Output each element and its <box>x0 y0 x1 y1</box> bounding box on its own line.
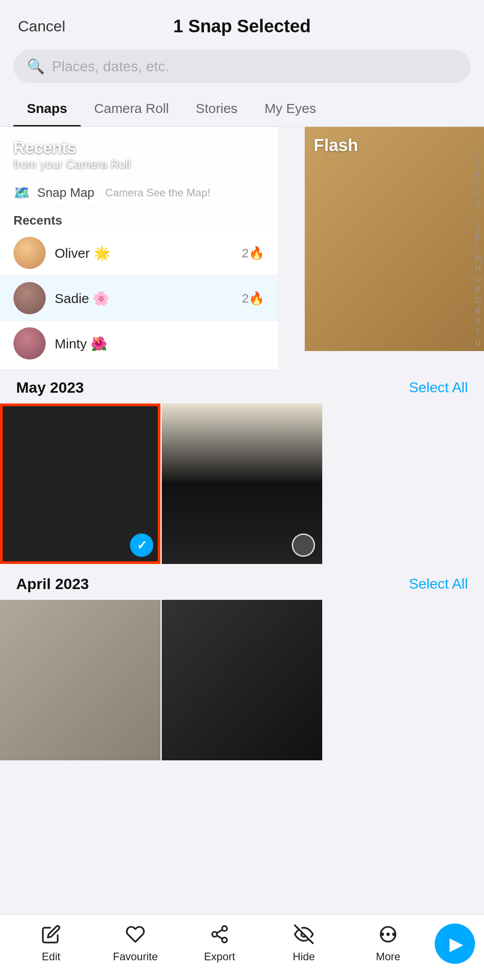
export-icon <box>210 924 229 947</box>
friend-name-2: Sadie 🌸 <box>55 291 242 306</box>
friend-name-3: Minty 🌺 <box>55 336 264 351</box>
send-icon: ▶ <box>449 933 463 954</box>
more-toolbar-item[interactable]: More <box>346 924 430 963</box>
heart-icon: 🗺️ <box>13 185 30 200</box>
favourite-toolbar-item[interactable]: Favourite <box>93 924 177 963</box>
april2023-title: April 2023 <box>16 575 89 593</box>
more-icon <box>378 924 398 947</box>
search-bar[interactable]: 🔍 Places, dates, etc. <box>13 50 471 83</box>
svg-line-3 <box>217 936 223 939</box>
main-content: May 2023 Select All ✓ April 2023 Select … <box>0 369 484 833</box>
alpha-p[interactable]: P <box>475 286 480 295</box>
export-label: Export <box>204 950 235 963</box>
friend-row-2[interactable]: Sadie 🌸 2🔥 <box>0 276 278 321</box>
avatar-2 <box>13 282 46 314</box>
may2023-title: May 2023 <box>16 379 84 396</box>
hide-icon <box>294 924 314 947</box>
cancel-button[interactable]: Cancel <box>18 17 65 35</box>
photo-april-1[interactable] <box>0 600 160 760</box>
alpha-i[interactable]: I <box>477 211 479 221</box>
alpha-k[interactable]: K <box>475 233 480 243</box>
alpha-index: C D E F G H I J K L M N O P Q R S T U <box>475 127 481 369</box>
send-button[interactable]: ▶ <box>435 924 475 964</box>
search-icon: 🔍 <box>27 58 45 75</box>
hide-label: Hide <box>293 950 315 963</box>
april2023-section-header: April 2023 Select All <box>0 565 484 600</box>
alpha-q[interactable]: Q <box>475 296 481 306</box>
tab-stories[interactable]: Stories <box>182 92 251 126</box>
alpha-t[interactable]: T <box>475 328 480 338</box>
friend-row-3[interactable]: Minty 🌺 <box>0 321 278 366</box>
tab-camera-roll[interactable]: Camera Roll <box>81 92 182 126</box>
recents-overlay: Recents from your Camera Roll 🗺️ Snap Ma… <box>0 127 278 369</box>
avatar-1 <box>13 237 46 269</box>
friend-meta-2: 2🔥 <box>242 291 264 306</box>
may2023-select-all[interactable]: Select All <box>409 379 468 396</box>
select-circle-2[interactable] <box>292 533 315 557</box>
alpha-e[interactable]: E <box>475 169 480 179</box>
edit-label: Edit <box>42 950 60 963</box>
header: Cancel 1 Snap Selected <box>0 0 484 45</box>
photo-bg-april-1 <box>0 600 160 760</box>
snap-map-label: Snap Map <box>37 186 95 200</box>
alpha-j[interactable]: J <box>476 222 480 232</box>
flash-thumbnail: Flash <box>305 127 484 351</box>
avatar-3 <box>13 327 46 360</box>
may2023-grid: ✓ <box>0 403 484 565</box>
may2023-section-header: May 2023 Select All <box>0 369 484 403</box>
alpha-g[interactable]: G <box>475 190 481 200</box>
snap-map-row[interactable]: 🗺️ Snap Map Camera See the Map! <box>0 178 278 208</box>
alpha-o[interactable]: O <box>475 275 481 285</box>
favourite-label: Favourite <box>113 950 158 963</box>
svg-point-7 <box>393 933 395 935</box>
search-bar-container: 🔍 Places, dates, etc. <box>0 45 484 92</box>
svg-line-4 <box>217 930 223 933</box>
alpha-d[interactable]: D <box>475 158 481 168</box>
hide-toolbar-item[interactable]: Hide <box>262 924 346 963</box>
export-toolbar-item[interactable]: Export <box>177 924 262 963</box>
recents-section-label: Recents <box>0 208 278 230</box>
search-placeholder: Places, dates, etc. <box>52 58 169 75</box>
snap-area: Flash Recents from your Camera Roll 🗺️ S… <box>0 127 484 369</box>
more-label: More <box>376 950 401 963</box>
alpha-c[interactable]: C <box>475 148 481 158</box>
snap-map-sub: Camera See the Map! <box>105 186 211 199</box>
photo-may-3[interactable] <box>324 403 484 564</box>
alpha-s[interactable]: S <box>475 317 480 327</box>
check-icon-1: ✓ <box>137 538 147 553</box>
april2023-grid <box>0 600 484 762</box>
recents-subtitle: from your Camera Roll <box>13 157 264 171</box>
tab-my-eyes[interactable]: My Eyes <box>251 92 329 126</box>
edit-toolbar-item[interactable]: Edit <box>9 924 93 963</box>
svg-point-6 <box>387 933 389 935</box>
photo-bg-april-2 <box>162 600 322 760</box>
recents-title: Recents <box>13 139 264 157</box>
alpha-h[interactable]: H <box>475 201 481 211</box>
tab-snaps[interactable]: Snaps <box>13 92 81 126</box>
alpha-m[interactable]: M <box>475 254 481 264</box>
bottom-spacer <box>0 762 484 833</box>
flash-label: Flash <box>314 136 358 155</box>
page-title: 1 Snap Selected <box>173 16 311 36</box>
alpha-f[interactable]: F <box>475 180 480 190</box>
photo-april-3[interactable] <box>324 600 484 760</box>
friend-row-1[interactable]: Oliver 🌟 2🔥 <box>0 230 278 276</box>
tabs-container: Snaps Camera Roll Stories My Eyes <box>0 92 484 127</box>
friend-row-4[interactable]: Harmony 🌈💙 1🔥⏳ <box>0 366 278 369</box>
april2023-select-all[interactable]: Select All <box>409 576 468 592</box>
select-circle-1[interactable]: ✓ <box>130 533 153 557</box>
photo-may-1[interactable]: ✓ <box>0 403 160 564</box>
friend-name-1: Oliver 🌟 <box>55 245 242 261</box>
friend-meta-1: 2🔥 <box>242 246 264 260</box>
edit-icon <box>41 924 61 947</box>
photo-april-2[interactable] <box>162 600 322 760</box>
alpha-u[interactable]: U <box>475 338 481 348</box>
photo-may-2[interactable] <box>162 403 322 564</box>
alpha-l[interactable]: L <box>475 243 480 253</box>
favourite-icon <box>125 924 145 947</box>
bottom-toolbar: Edit Favourite Export H <box>0 914 484 980</box>
alpha-r[interactable]: R <box>475 307 481 317</box>
svg-point-8 <box>381 933 383 935</box>
alpha-n[interactable]: N <box>475 264 481 274</box>
recents-overlay-header: Recents from your Camera Roll <box>0 127 278 178</box>
